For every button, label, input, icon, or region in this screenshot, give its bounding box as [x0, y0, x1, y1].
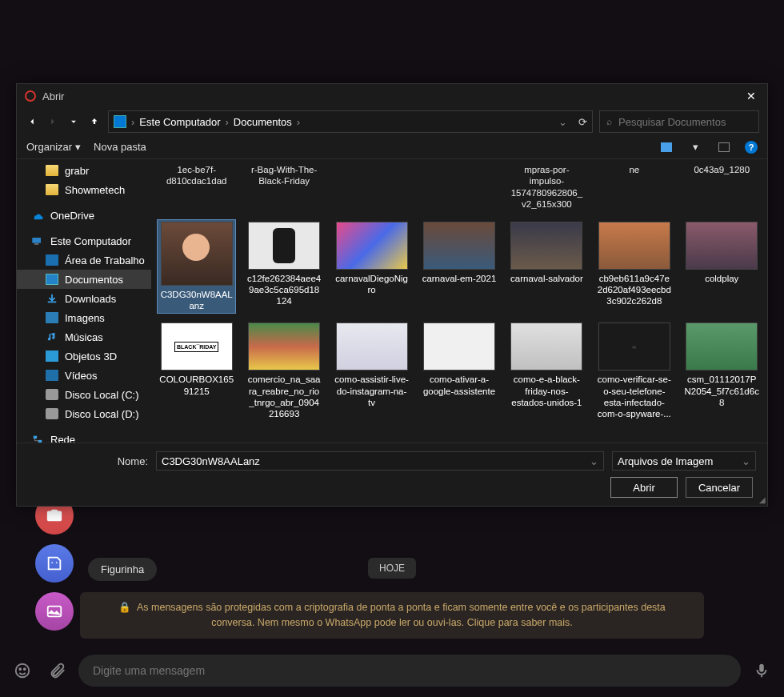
attach-button[interactable]: [43, 656, 72, 685]
filename-input[interactable]: [162, 455, 590, 467]
preview-pane-button[interactable]: [716, 139, 732, 155]
thumbnail: [510, 222, 582, 270]
dialog-footer: Nome: ⌄ Arquivos de Imagem ⌄ Abrir Cance…: [17, 443, 767, 506]
nav-row: › Este Computador › Documentos › ⌄ ⟳ ⌕: [17, 108, 767, 135]
sidebar-item-musicas[interactable]: Músicas: [17, 327, 151, 346]
file-item[interactable]: COLOURBOX16591215: [158, 321, 235, 422]
file-item[interactable]: como-assistir-live-do-instagram-na-tv: [333, 321, 410, 422]
file-item[interactable]: 1ec-be7f-d810cdac1dad: [158, 159, 235, 212]
breadcrumb-bar[interactable]: › Este Computador › Documentos › ⌄ ⟳: [108, 110, 593, 133]
thumbnail: [423, 322, 495, 371]
downloads-icon: [46, 293, 58, 304]
close-button[interactable]: ✕: [743, 90, 759, 102]
mic-button[interactable]: [747, 656, 776, 685]
message-input-wrap[interactable]: [78, 655, 741, 687]
gallery-button[interactable]: [35, 592, 74, 631]
filename-combobox[interactable]: ⌄: [156, 451, 604, 471]
sidebar-item-objetos3d[interactable]: Objetos 3D: [17, 346, 151, 366]
sticker-label-pill[interactable]: Figurinha: [88, 558, 157, 581]
forward-button[interactable]: [46, 114, 60, 129]
sidebar-item-disco-c[interactable]: Disco Local (C:): [17, 385, 151, 404]
file-item[interactable]: como-e-a-black-friday-nos-estados-unidos…: [508, 321, 586, 422]
file-item[interactable]: csm_01112017PN2054_5f7c61d6c8: [683, 321, 761, 422]
sidebar-item-onedrive[interactable]: OneDrive: [17, 206, 151, 225]
thumbnail: [161, 322, 233, 371]
file-item-selected[interactable]: C3DG30nW8AALanz: [158, 220, 235, 314]
svg-rect-6: [32, 238, 41, 243]
sidebar-item-downloads[interactable]: Downloads: [17, 289, 151, 308]
music-icon: [46, 331, 58, 342]
sidebar-item-disco-d[interactable]: Disco Local (D:): [17, 404, 151, 423]
file-item[interactable]: como-ativar-a-google-assistente: [420, 321, 498, 422]
file-item[interactable]: c12fe262384aee49ae3c5ca695d18124: [245, 220, 322, 314]
titlebar: Abrir ✕: [17, 84, 767, 108]
disk-icon: [46, 408, 58, 419]
file-item[interactable]: carnaval-salvador: [508, 220, 586, 314]
emoji-button[interactable]: [8, 656, 37, 685]
file-item[interactable]: carnavalDiegoNigro: [333, 220, 410, 314]
onedrive-icon: [31, 210, 44, 221]
organize-button[interactable]: Organizar ▾: [26, 141, 81, 153]
thumbnail: [336, 222, 408, 270]
file-item[interactable]: ne: [595, 159, 673, 212]
file-item[interactable]: mpras-por-impulso-1574780962806_v2_615x3…: [508, 159, 586, 212]
refresh-button[interactable]: ⟳: [578, 116, 587, 128]
thumbnail: [423, 222, 495, 270]
view-button[interactable]: [658, 139, 674, 155]
sidebar-item-showmetech[interactable]: Showmetech: [17, 180, 151, 199]
breadcrumb-dropdown[interactable]: ⌄: [558, 116, 567, 128]
file-item[interactable]: carnaval-em-2021: [420, 220, 498, 314]
svg-rect-7: [34, 243, 38, 244]
sidebar-item-imagens[interactable]: Imagens: [17, 308, 151, 327]
attachment-menu: [35, 496, 74, 631]
file-item[interactable]: 0c43a9_1280: [683, 159, 761, 212]
back-button[interactable]: [25, 114, 39, 129]
sidebar-item-grabr[interactable]: grabr: [17, 161, 151, 180]
recent-dropdown[interactable]: [66, 114, 81, 129]
thumbnail: [248, 222, 320, 270]
open-button[interactable]: Abrir: [610, 477, 678, 498]
file-grid: 1ec-be7f-d810cdac1dad r-Bag-With-The-Bla…: [151, 159, 767, 443]
cancel-button[interactable]: Cancelar: [686, 477, 753, 498]
sticker-button[interactable]: [35, 544, 74, 583]
up-button[interactable]: [87, 114, 102, 129]
chevron-down-icon[interactable]: ⌄: [590, 455, 598, 467]
search-box[interactable]: ⌕: [599, 110, 759, 133]
svg-point-3: [16, 664, 30, 678]
file-item[interactable]: ∞como-verificar-se-o-seu-telefone-esta-i…: [595, 321, 673, 422]
crumb-root[interactable]: Este Computador: [139, 116, 220, 128]
file-item[interactable]: r-Bag-With-The-Black-Friday: [245, 159, 322, 212]
encryption-notice[interactable]: 🔒 As mensagens são protegidas com a crip…: [80, 592, 704, 639]
sidebar-item-rede[interactable]: Rede: [17, 430, 151, 443]
chat-input-bar: [8, 652, 776, 689]
view-dropdown[interactable]: ▾: [687, 139, 703, 155]
message-input[interactable]: [93, 664, 726, 677]
sidebar-item-videos[interactable]: Vídeos: [17, 366, 151, 385]
dialog-body: grabr Showmetech OneDrive Este Computado…: [17, 159, 767, 443]
search-icon: ⌕: [606, 116, 612, 127]
svg-point-5: [24, 668, 26, 670]
sidebar-item-desktop[interactable]: Área de Trabalho: [17, 250, 151, 270]
pc-icon: [114, 115, 126, 128]
sidebar-item-documentos[interactable]: Documentos: [17, 270, 151, 289]
opera-icon: [25, 90, 36, 102]
chevron-down-icon: ▾: [75, 141, 81, 153]
folder-icon: [46, 184, 58, 195]
thumbnail: [248, 322, 320, 371]
search-input[interactable]: [618, 116, 752, 128]
file-type-select[interactable]: Arquivos de Imagem ⌄: [612, 451, 756, 471]
images-icon: [46, 312, 58, 323]
chevron-right-icon: ›: [226, 116, 229, 128]
new-folder-button[interactable]: Nova pasta: [94, 141, 146, 153]
resize-grip[interactable]: ◢: [759, 495, 766, 504]
sidebar-item-este-computador[interactable]: Este Computador: [17, 231, 151, 250]
crumb-folder[interactable]: Documentos: [234, 116, 292, 128]
thumbnail: [598, 222, 670, 270]
file-item[interactable]: cb9eb611a9c47e2d620af493eecbd3c902c262d8: [595, 220, 673, 314]
file-item[interactable]: comercio_na_saara_reabre_no_rio_tnrgo_ab…: [245, 321, 322, 422]
help-button[interactable]: ?: [745, 141, 758, 154]
file-item[interactable]: coldplay: [683, 220, 761, 314]
name-label: Nome:: [28, 455, 148, 467]
dialog-title: Abrir: [42, 90, 743, 102]
thumbnail: [161, 222, 233, 286]
